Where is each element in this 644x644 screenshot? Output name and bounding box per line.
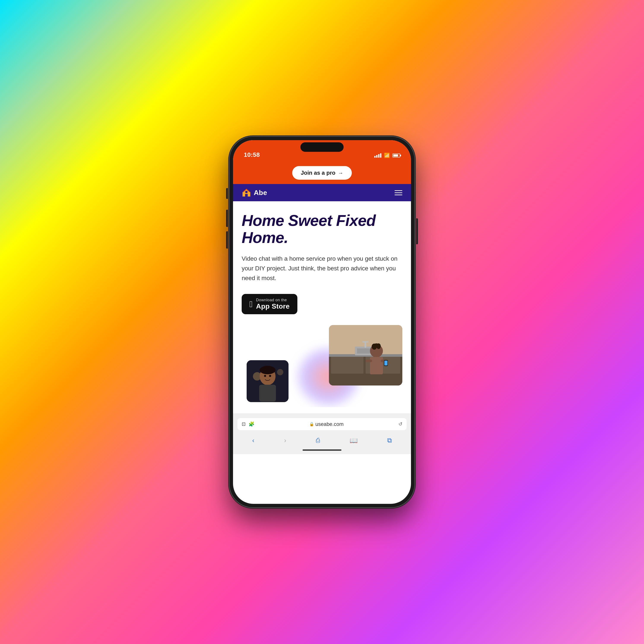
tabs-button[interactable]: ⧉ <box>383 435 396 446</box>
hero-subtitle: Video chat with a home service pro when … <box>242 254 402 283</box>
url-left: ⊡ 🧩 <box>242 421 254 427</box>
hamburger-line-2 <box>395 192 402 193</box>
svg-rect-5 <box>331 356 363 374</box>
svg-rect-26 <box>259 385 276 401</box>
logo-area: Abe <box>242 188 267 197</box>
silent-button <box>226 188 228 199</box>
url-bar[interactable]: ⊡ 🧩 🔒 useabe.com ↺ <box>237 418 407 430</box>
join-as-pro-button[interactable]: Join as a pro → <box>292 166 352 180</box>
volume-up-button <box>226 210 228 227</box>
reload-icon[interactable]: ↺ <box>398 421 402 427</box>
signal-icon <box>374 153 381 158</box>
kitchen-scene-svg <box>329 325 402 385</box>
svg-rect-11 <box>362 341 368 343</box>
small-avatar <box>246 360 289 403</box>
svg-point-18 <box>373 343 379 348</box>
extensions-icon[interactable]: 🧩 <box>249 421 254 427</box>
nav-bar: Abe <box>233 184 411 201</box>
svg-rect-14 <box>366 360 372 362</box>
store-label: App Store <box>256 302 290 310</box>
power-button <box>416 218 418 244</box>
status-bar: 10:58 📶 <box>233 140 411 162</box>
svg-point-25 <box>260 366 276 374</box>
url-text[interactable]: 🔒 useabe.com <box>309 421 344 427</box>
download-label: Download on the <box>256 298 290 302</box>
banner-bar: Join as a pro → <box>233 162 411 184</box>
join-pro-label: Join as a pro <box>301 170 335 176</box>
wifi-icon: 📶 <box>384 153 390 158</box>
phone-wrapper: 10:58 📶 Join as a pro → <box>229 136 415 508</box>
small-avatar-inner <box>247 360 289 402</box>
share-button[interactable]: ⎙ <box>312 435 324 446</box>
back-button[interactable]: ‹ <box>248 435 259 446</box>
forward-button[interactable]: › <box>280 435 290 446</box>
hero-title: Home Sweet Fixed Home. <box>242 212 402 246</box>
volume-down-button <box>226 231 228 249</box>
images-section <box>242 325 402 407</box>
arrow-icon: → <box>338 170 343 176</box>
bookmarks-button[interactable]: 📖 <box>345 435 362 446</box>
lock-icon: 🔒 <box>309 422 314 427</box>
hamburger-line-1 <box>395 190 402 191</box>
hamburger-menu[interactable] <box>395 190 402 195</box>
svg-rect-2 <box>245 191 247 193</box>
dynamic-island <box>300 142 344 152</box>
status-time: 10:58 <box>244 151 260 158</box>
svg-rect-13 <box>370 357 383 374</box>
url-domain: useabe.com <box>315 421 344 427</box>
svg-point-28 <box>269 375 271 377</box>
apple-logo-icon:  <box>249 300 253 308</box>
main-image <box>329 325 402 385</box>
logo-text: Abe <box>254 189 267 197</box>
main-content: Home Sweet Fixed Home. Video chat with a… <box>233 201 411 414</box>
browser-actions: ‹ › ⎙ 📖 ⧉ <box>237 434 407 447</box>
home-indicator <box>303 449 341 451</box>
logo-icon <box>242 188 251 197</box>
avatar-svg <box>247 360 289 402</box>
app-store-text: Download on the App Store <box>256 298 290 310</box>
hamburger-line-3 <box>395 195 402 195</box>
status-icons: 📶 <box>374 153 400 158</box>
phone-screen: 10:58 📶 Join as a pro → <box>233 140 411 504</box>
battery-icon <box>392 154 400 157</box>
svg-rect-20 <box>384 361 387 365</box>
browser-bar: ⊡ 🧩 🔒 useabe.com ↺ ‹ › ⎙ 📖 ⧉ <box>233 414 411 454</box>
svg-point-27 <box>264 375 266 377</box>
main-image-inner <box>329 325 402 385</box>
tab-overview-icon[interactable]: ⊡ <box>242 421 246 427</box>
app-store-button[interactable]:  Download on the App Store <box>242 294 297 314</box>
svg-point-23 <box>277 369 283 375</box>
